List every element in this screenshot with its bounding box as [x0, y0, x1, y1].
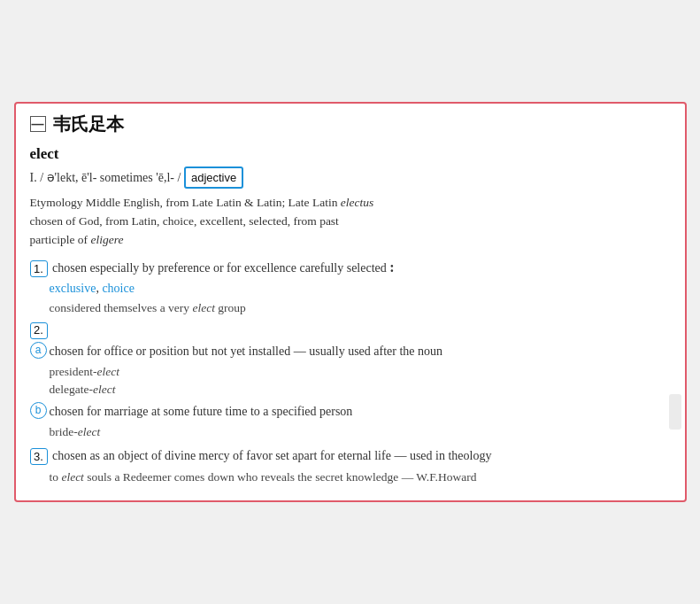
- def-3-example: to elect souls a Redeemer comes down who…: [50, 468, 671, 486]
- etymology-line3: participle of: [30, 233, 88, 246]
- entry-word: elect: [30, 145, 671, 163]
- link-exclusive[interactable]: exclusive: [50, 282, 96, 295]
- card-header: — 韦氏足本: [30, 112, 671, 136]
- def-number-1: 1.: [30, 260, 48, 277]
- def-circle-a: a: [30, 342, 47, 359]
- pronunciation-text: I. / ə'lekt, ē'l- sometimes 'ē,l- /: [30, 171, 181, 184]
- def-2b-text: chosen for marriage at some future time …: [50, 402, 671, 422]
- pronunciation-line: I. / ə'lekt, ē'l- sometimes 'ē,l- / adje…: [30, 166, 671, 190]
- def-circle-b: b: [30, 402, 47, 419]
- etymology-line2: chosen of God, from Latin, choice, excel…: [30, 214, 339, 228]
- def-2b-examples: bride-elect: [50, 423, 671, 441]
- def-number-2: 2.: [30, 322, 48, 339]
- etymology-block: Etymology Middle English, from Late Lati…: [30, 194, 671, 250]
- scrollbar-thumb[interactable]: [669, 394, 681, 430]
- definition-2b: b chosen for marriage at some future tim…: [30, 402, 671, 422]
- definition-2a: a chosen for office or position but not …: [30, 342, 671, 361]
- collapse-button[interactable]: —: [30, 116, 46, 132]
- link-choice[interactable]: choice: [102, 282, 135, 295]
- definition-3: 3. chosen as an object of divine mercy o…: [30, 446, 671, 466]
- definition-2: 2.: [30, 320, 671, 339]
- def-number-3: 3.: [30, 448, 48, 465]
- etymology-electus: electus: [341, 196, 373, 209]
- def-3-text: chosen as an object of divine mercy of f…: [52, 449, 491, 462]
- definition-1: 1. chosen especially by preference or fo…: [30, 257, 671, 317]
- def-1-text: chosen especially by preference or for e…: [52, 261, 395, 275]
- etymology-eligere: eligere: [90, 233, 123, 246]
- etymology-line1: Etymology Middle English, from Late Lati…: [30, 196, 338, 209]
- def-1-example: considered themselves a very elect group: [50, 301, 246, 314]
- card-title: 韦氏足本: [53, 112, 124, 136]
- dictionary-card: — 韦氏足本 elect I. / ə'lekt, ē'l- sometimes…: [14, 102, 687, 502]
- def-2a-text: chosen for office or position but not ye…: [50, 342, 671, 361]
- adjective-badge[interactable]: adjective: [184, 166, 243, 190]
- def-2a-examples: president-elect delegate-elect: [50, 363, 671, 399]
